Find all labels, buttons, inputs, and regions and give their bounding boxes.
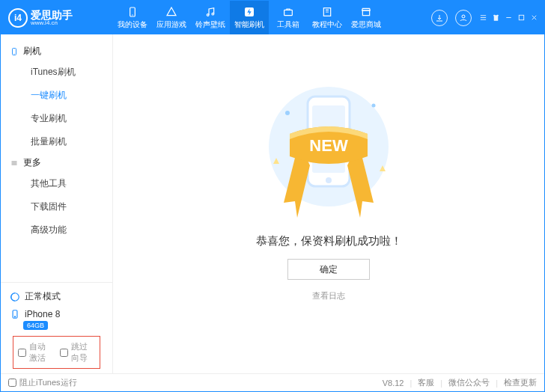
success-illustration: NEW (254, 76, 404, 221)
sidebar-group-header[interactable]: 更多 (1, 153, 112, 172)
tab-label: 应用游戏 (156, 19, 186, 30)
svg-text:NEW: NEW (309, 136, 348, 155)
view-log-link[interactable]: 查看日志 (312, 290, 345, 301)
maximize-icon[interactable] (517, 13, 526, 22)
sidebar-item[interactable]: 高级功能 (1, 218, 112, 242)
sidebar-item[interactable]: 其他工具 (1, 172, 112, 195)
tab-label: 工具箱 (277, 19, 299, 30)
svg-point-8 (462, 15, 465, 18)
skip-guide-checkbox[interactable]: 跳过向导 (60, 341, 96, 364)
brand-title: 爱思助手 (31, 10, 73, 20)
support-link[interactable]: 客服 (418, 377, 434, 388)
svg-rect-5 (284, 10, 293, 15)
svg-point-2 (207, 13, 209, 16)
tab-book[interactable]: 教程中心 (308, 1, 347, 34)
svg-point-16 (285, 111, 290, 115)
sidebar-item[interactable]: 一键刷机 (1, 84, 112, 107)
sidebar-item[interactable]: 下载固件 (1, 195, 112, 218)
download-button[interactable] (431, 10, 448, 26)
brand-logo-icon: i4 (8, 8, 28, 28)
sidebar-item[interactable]: 批量刷机 (1, 130, 112, 153)
close-icon[interactable] (530, 13, 538, 22)
sidebar: 刷机iTunes刷机一键刷机专业刷机批量刷机更多其他工具下载固件高级功能 正常模… (1, 34, 113, 373)
block-itunes-checkbox[interactable]: 阻止iTunes运行 (8, 377, 77, 388)
svg-point-3 (212, 13, 214, 15)
tab-label: 智能刷机 (234, 19, 264, 30)
brand: i4 爱思助手 www.i4.cn (1, 8, 113, 28)
version-label: V8.12 (383, 379, 404, 388)
account-button[interactable] (455, 10, 472, 26)
sidebar-group-header[interactable]: 刷机 (1, 42, 112, 61)
sidebar-item[interactable]: iTunes刷机 (1, 61, 112, 84)
device-storage-badge: 64GB (23, 321, 48, 330)
mode-label: 正常模式 (25, 290, 61, 303)
skin-icon[interactable] (492, 13, 500, 22)
tab-label: 爱思商城 (351, 19, 381, 30)
sidebar-options-highlight: 自动激活 跳过向导 (13, 336, 100, 369)
brand-sub: www.i4.cn (31, 20, 73, 26)
tab-apps[interactable]: 应用游戏 (152, 1, 191, 34)
auto-activate-checkbox[interactable]: 自动激活 (18, 341, 54, 364)
sidebar-item[interactable]: 专业刷机 (1, 107, 112, 130)
statusbar: 阻止iTunes运行 V8.12 | 客服 | 微信公众号 | 检查更新 (1, 373, 544, 391)
tab-label: 铃声壁纸 (195, 19, 225, 30)
minimize-icon[interactable] (505, 13, 513, 22)
success-message: 恭喜您，保资料刷机成功啦！ (256, 234, 402, 248)
device-name: iPhone 8 (25, 309, 60, 319)
titlebar: i4 爱思助手 www.i4.cn 我的设备应用游戏铃声壁纸智能刷机工具箱教程中… (1, 1, 544, 34)
tab-flash[interactable]: 智能刷机 (230, 1, 269, 34)
svg-point-1 (132, 14, 133, 15)
sidebar-device[interactable]: iPhone 8 (8, 306, 105, 319)
tab-store[interactable]: 爱思商城 (347, 1, 386, 34)
svg-rect-9 (519, 15, 523, 19)
svg-point-14 (14, 316, 15, 317)
wechat-link[interactable]: 微信公众号 (448, 377, 490, 388)
ok-button[interactable]: 确定 (287, 259, 370, 280)
tab-music[interactable]: 铃声壁纸 (191, 1, 230, 34)
svg-rect-7 (362, 10, 369, 16)
svg-point-17 (372, 104, 376, 108)
svg-point-22 (326, 177, 332, 183)
menu-icon[interactable] (479, 13, 487, 22)
tab-device[interactable]: 我的设备 (113, 1, 152, 34)
main-panel: NEW 恭喜您，保资料刷机成功啦！ 确定 查看日志 (113, 34, 544, 373)
update-link[interactable]: 检查更新 (504, 377, 537, 388)
tab-toolbox[interactable]: 工具箱 (269, 1, 308, 34)
svg-point-11 (14, 53, 15, 54)
tab-label: 教程中心 (312, 19, 342, 30)
tab-label: 我的设备 (118, 19, 147, 30)
sidebar-mode[interactable]: 正常模式 (8, 287, 105, 306)
